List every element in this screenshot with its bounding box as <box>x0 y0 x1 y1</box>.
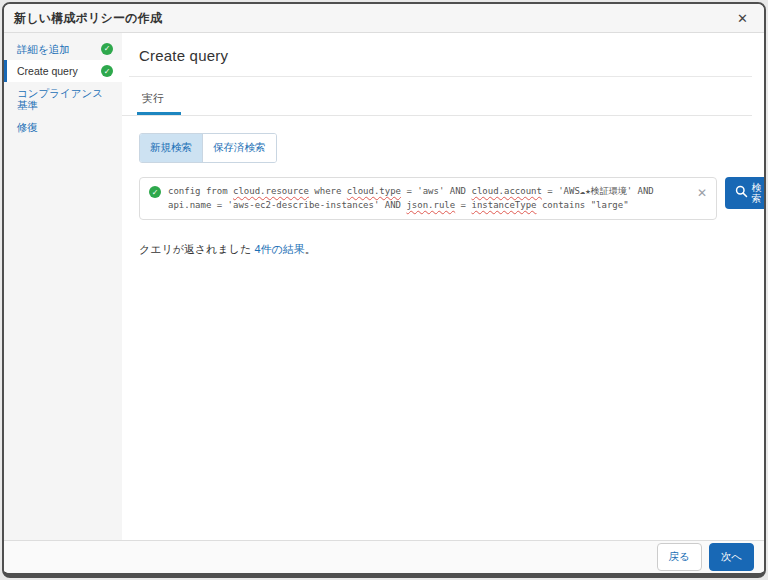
clear-query-icon[interactable]: ✕ <box>697 187 707 199</box>
main-panel: Create query 実行 新規検索 保存済検索 ✓ config from… <box>122 33 764 540</box>
query-input[interactable]: ✓ config from cloud.resource where cloud… <box>139 177 717 220</box>
results-count-link[interactable]: 4件の結果 <box>254 243 304 255</box>
dialog-title: 新しい構成ポリシーの作成 <box>14 10 162 27</box>
page-title: Create query <box>139 47 752 64</box>
step-complete-check-icon: ✓ <box>101 43 113 55</box>
results-text-suffix: 。 <box>305 243 316 255</box>
query-segment: = 'aws' AND <box>401 186 471 196</box>
dialog-body: 詳細を追加 ✓ Create query ✓ コンプライアンス基準 修復 Cre… <box>4 33 764 540</box>
sidebar-item-label: コンプライアンス基準 <box>17 87 113 111</box>
sidebar-item-create-query[interactable]: Create query ✓ <box>4 60 122 82</box>
sidebar-item-remediation[interactable]: 修復 <box>4 116 122 138</box>
tab-divider <box>122 115 752 116</box>
results-text: クエリが返されました <box>139 243 254 255</box>
search-icon <box>735 185 748 201</box>
sidebar-item-compliance-standards[interactable]: コンプライアンス基準 <box>4 82 122 116</box>
sidebar-item-label: 修復 <box>17 121 38 133</box>
search-button[interactable]: 検索 <box>725 177 764 209</box>
sidebar-item-label: Create query <box>17 65 78 77</box>
new-search-button[interactable]: 新規検索 <box>140 134 202 162</box>
saved-search-button[interactable]: 保存済検索 <box>202 134 276 162</box>
query-row: ✓ config from cloud.resource where cloud… <box>139 177 752 220</box>
query-valid-check-icon: ✓ <box>149 186 161 198</box>
create-policy-dialog: 新しい構成ポリシーの作成 ✕ 詳細を追加 ✓ Create query ✓ コン… <box>2 2 766 578</box>
title-divider <box>129 76 752 77</box>
step-complete-check-icon: ✓ <box>101 65 113 77</box>
query-segment-misspelled: instanceType <box>471 200 536 210</box>
step-sidebar: 詳細を追加 ✓ Create query ✓ コンプライアンス基準 修復 <box>4 33 122 540</box>
tab-investigate[interactable]: 実行 <box>140 87 166 112</box>
sidebar-item-add-details[interactable]: 詳細を追加 ✓ <box>4 38 122 60</box>
query-segment-misspelled: json.rule <box>406 200 455 210</box>
query-segment: where <box>309 186 347 196</box>
close-icon[interactable]: ✕ <box>737 12 748 25</box>
search-mode-toggle: 新規検索 保存済検索 <box>139 133 277 163</box>
query-segment: config from <box>168 186 233 196</box>
query-segment: contains "large" <box>537 200 629 210</box>
sidebar-item-label: 詳細を追加 <box>17 43 70 55</box>
query-results-message: クエリが返されました 4件の結果。 <box>139 242 752 257</box>
query-segment-misspelled: cloud.resource <box>233 186 309 196</box>
back-button[interactable]: 戻る <box>657 543 702 571</box>
query-segment-misspelled: cloud.type <box>347 186 401 196</box>
query-segment-misspelled: cloud.account <box>471 186 541 196</box>
dialog-header: 新しい構成ポリシーの作成 ✕ <box>4 4 764 33</box>
tab-bar: 実行 <box>139 87 752 115</box>
dialog-footer: 戻る 次へ <box>4 540 764 573</box>
active-tab-indicator <box>137 112 181 115</box>
next-button[interactable]: 次へ <box>709 543 754 571</box>
search-button-label: 検索 <box>751 182 762 205</box>
query-text[interactable]: config from cloud.resource where cloud.t… <box>168 185 690 213</box>
query-segment: = <box>455 200 471 210</box>
